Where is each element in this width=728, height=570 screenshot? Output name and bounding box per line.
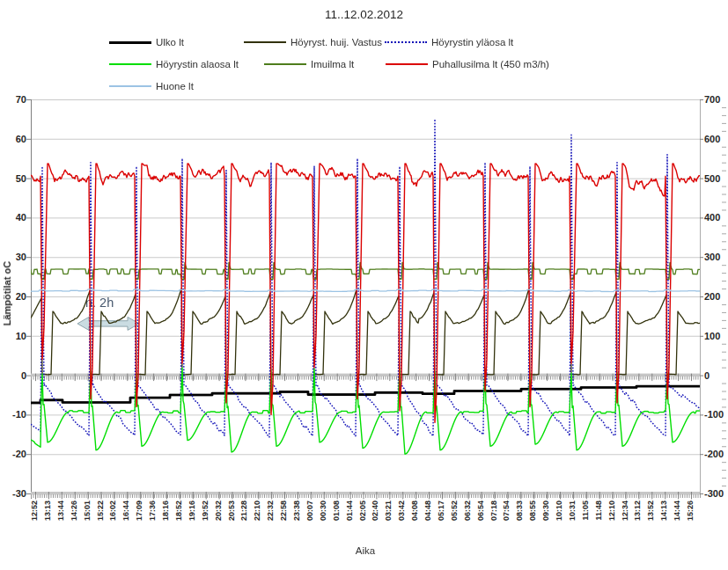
legend-label: Puhallusilma lt (450 m3/h) [432,59,549,69]
legend-label: Imuilma lt [311,59,354,69]
x-axis-title: Aika [31,545,700,556]
chart: 11..12.02.2012 Ulko ltHöyryst. huij. Vas… [0,0,728,570]
y-axis-title-left: Lämpötilat oC [2,261,12,325]
legend-entry: Höyrystin alaosa lt [109,58,239,70]
legend-entry: Puhallusilma lt (450 m3/h) [386,58,549,70]
legend-label: Höyrystin alaosa lt [156,59,239,69]
legend-label: Ulko lt [156,37,184,48]
legend-entry: Huone lt [109,80,194,92]
legend: Ulko ltHöyryst. huij. VastusHöyrystin yl… [0,0,728,97]
legend-label: Höyrystin yläosa lt [431,37,513,48]
legend-line-icon [385,41,427,43]
legend-line-icon [109,63,151,65]
legend-line-icon [109,85,151,87]
legend-line-icon [109,41,151,44]
legend-entry: Ulko lt [109,36,184,48]
legend-line-icon [386,63,428,65]
legend-line-icon [244,41,286,43]
legend-line-icon [264,63,306,65]
legend-entry: Höyrystin yläosa lt [385,36,513,48]
legend-entry: Höyryst. huij. Vastus [244,36,382,48]
legend-label: Huone lt [156,81,194,91]
legend-entry: Imuilma lt [264,58,354,70]
legend-label: Höyryst. huij. Vastus [290,37,382,48]
